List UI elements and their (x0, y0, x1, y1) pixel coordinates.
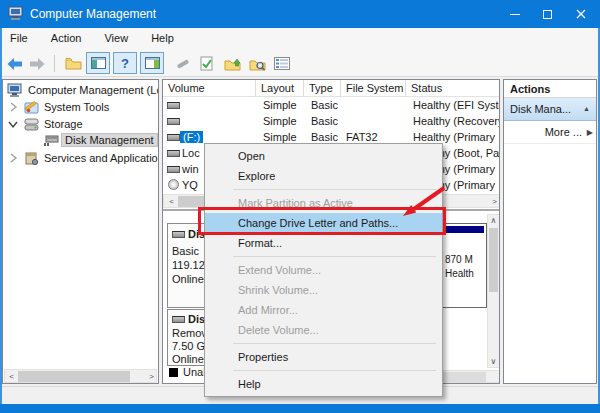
menu-view[interactable]: View (94, 28, 138, 50)
volume-icon (167, 150, 180, 157)
menu-file[interactable]: File (0, 28, 38, 50)
cell-name: Loc (182, 147, 200, 159)
menu-item-open[interactable]: Open (205, 146, 442, 166)
volume-icon (167, 134, 180, 141)
tree-horizontal-scrollbar[interactable]: < > (4, 369, 157, 383)
cell-name: YQ (182, 179, 198, 191)
tree-item-services-applications[interactable]: Services and Applications (3, 150, 159, 166)
scroll-left-icon[interactable]: < (166, 196, 177, 208)
menu-separator (205, 253, 442, 260)
system-tools-icon (24, 100, 40, 114)
legend-unallocated-swatch (169, 368, 178, 377)
tree-item-disk-management[interactable]: Disk Management (3, 133, 159, 149)
cell-status: Healthy (Primary (413, 131, 495, 143)
volume-row[interactable]: Simple Basic Healthy (Recovery (163, 113, 500, 129)
title-bar: Computer Management (0, 0, 600, 28)
scrollbar-thumb[interactable] (489, 228, 498, 292)
cell-name: win (182, 163, 199, 175)
submenu-arrow-icon: ▶ (587, 128, 593, 137)
column-header-layout[interactable]: Layout (256, 80, 304, 97)
folder-up-icon[interactable] (223, 55, 241, 72)
disk1-status: Online (172, 353, 204, 365)
menu-item-properties[interactable]: Properties (205, 347, 442, 367)
close-button[interactable] (564, 0, 597, 28)
menu-item-shrink-volume: Shrink Volume... (205, 280, 442, 300)
cell-status: Healthy (EFI Syste (413, 99, 500, 111)
cell-name: (F:) (180, 131, 203, 143)
show-console-tree-icon[interactable] (86, 52, 110, 74)
actions-group-label: Disk Mana... (510, 103, 571, 115)
column-header-file-system[interactable]: File System (341, 80, 406, 97)
tree-item-label: System Tools (44, 101, 109, 113)
column-header-type[interactable]: Type (304, 80, 341, 97)
column-header-status[interactable]: Status (406, 80, 500, 97)
maximize-icon (543, 10, 552, 19)
scrollbar-thumb[interactable] (442, 372, 486, 382)
collapse-icon[interactable]: ▲ (583, 105, 590, 112)
disk-management-icon (43, 135, 59, 148)
menu-separator (205, 367, 442, 374)
menu-bar: File Action View Help (0, 28, 600, 50)
scroll-up-icon[interactable]: ∧ (488, 215, 499, 227)
services-icon (24, 151, 40, 165)
scroll-left-icon[interactable]: < (6, 371, 17, 383)
menu-item-extend-volume: Extend Volume... (205, 260, 442, 280)
disk-view-vertical-scrollbar[interactable]: ∧ ∨ (487, 214, 500, 368)
close-icon (576, 9, 586, 19)
menu-item-help[interactable]: Help (205, 374, 442, 394)
window-title: Computer Management (30, 7, 156, 21)
cell-layout: Simple (263, 131, 297, 143)
cell-layout: Simple (263, 99, 297, 111)
forward-icon[interactable] (28, 55, 46, 72)
menu-help[interactable]: Help (141, 28, 184, 50)
storage-icon (24, 117, 40, 131)
menu-separator (205, 340, 442, 347)
cell-file-system: FAT32 (346, 131, 378, 143)
toolbar-separator (54, 55, 55, 72)
disk0-type: Basic (172, 245, 199, 257)
scrollbar-thumb[interactable] (18, 371, 130, 382)
tool-icon[interactable] (173, 55, 191, 72)
show-action-pane-icon[interactable] (140, 52, 164, 74)
maximize-button[interactable] (531, 0, 564, 28)
column-header-volume[interactable]: Volume (163, 80, 256, 97)
scroll-down-icon[interactable]: ∨ (488, 356, 499, 368)
computer-management-window: Computer Management File Action View Hel… (0, 0, 600, 413)
cell-layout: Simple (263, 115, 297, 127)
volume-row[interactable]: Simple Basic Healthy (EFI Syste (163, 97, 500, 113)
folder-icon[interactable] (64, 55, 82, 72)
tree-item-label-selected: Disk Management (61, 133, 158, 147)
chevron-down-icon (8, 120, 18, 130)
partition-status: Health (445, 268, 474, 279)
details-view-icon[interactable] (273, 55, 291, 72)
cd-icon (168, 179, 179, 190)
partition-size: 870 M (445, 254, 473, 265)
help-icon[interactable]: ? (113, 52, 137, 74)
disk0-size: 119.12 (172, 259, 205, 271)
tree-item-storage[interactable]: Storage (3, 116, 159, 132)
menu-action[interactable]: Action (41, 28, 92, 50)
minimize-button[interactable] (498, 0, 531, 28)
chevron-right-icon (8, 102, 18, 112)
scroll-right-icon[interactable]: > (489, 196, 500, 208)
scroll-right-icon[interactable]: > (146, 371, 157, 383)
check-page-icon[interactable] (198, 55, 216, 72)
tree-item-label: Services and Applications (44, 152, 159, 164)
actions-more-item[interactable]: More ... ▶ (504, 121, 596, 144)
console-tree-panel: Computer Management (Local System Tools (2, 79, 159, 384)
tree-root[interactable]: Computer Management (Local (3, 82, 159, 98)
disk-icon (172, 231, 185, 238)
actions-header: Actions (504, 80, 596, 98)
disk1-size: 7.50 G (172, 340, 205, 352)
cell-status: Healthy (Recovery (413, 115, 500, 127)
minimize-icon (510, 14, 520, 15)
menu-item-format[interactable]: Format... (205, 233, 442, 253)
folder-search-icon[interactable] (248, 55, 266, 72)
tree-root-label: Computer Management (Local (28, 84, 159, 96)
annotation-arrow-icon (380, 175, 460, 230)
menu-item-add-mirror: Add Mirror... (205, 300, 442, 320)
actions-group-disk-management[interactable]: Disk Mana... ▲ (504, 98, 596, 121)
back-icon[interactable] (5, 55, 23, 72)
computer-icon (7, 83, 24, 98)
tree-item-system-tools[interactable]: System Tools (3, 99, 159, 115)
